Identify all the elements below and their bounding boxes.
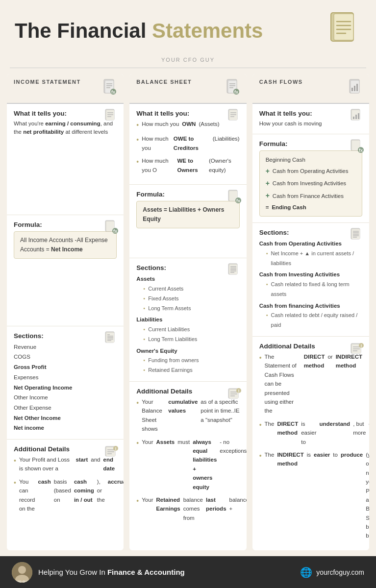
page-title: The Financial Statements	[15, 20, 263, 42]
balance-additional-list: Your Balance Sheet shows cumulative valu…	[136, 397, 239, 540]
income-sections-heading: Sections:	[14, 332, 117, 340]
balance-chart-icon	[228, 109, 242, 125]
list-item: Revenue	[14, 342, 117, 352]
list-item: Net Operating Income	[14, 383, 117, 393]
avatar: CFO GUY	[12, 562, 32, 583]
cash-additional-heading: Additional Details	[259, 343, 362, 350]
income-additional-list: Your Profit and Loss is shown over a sta…	[14, 455, 117, 513]
svg-text:!: !	[360, 343, 362, 348]
balance-sheet-title: BALANCE SHEET	[136, 79, 192, 85]
balance-what-heading: What it tells you:	[136, 110, 239, 117]
list-category: Liabilities	[136, 315, 239, 325]
income-formula-box: All Income Accounts -All Expense Account…	[14, 231, 117, 259]
income-additional-icon: !	[105, 444, 119, 461]
list-item: Cash related to debt / equity raised / p…	[259, 311, 362, 330]
cf-row-finance: + Cash from Finance Activities	[266, 190, 356, 202]
footer-left: CFO GUY Helping You Grow In Finance & Ac…	[12, 562, 185, 583]
svg-point-95	[18, 566, 26, 574]
cash-flows-title: CASH FLOWS	[259, 79, 303, 85]
footer-url[interactable]: yourcfoguy.com	[316, 568, 364, 576]
income-what-text: What you're earning / consuming, and the…	[14, 120, 117, 137]
svg-rect-44	[229, 110, 237, 120]
svg-rect-1	[334, 14, 353, 40]
columns-container: INCOME STATEMENT fx What it tells you:	[0, 74, 376, 556]
cf-row-beginning: Beginning Cash	[266, 155, 356, 165]
cf-plus-investing: +	[266, 177, 270, 190]
cash-flows-col: CASH FLOWS What it tells you: How your c…	[252, 74, 369, 550]
svg-text:fx: fx	[234, 90, 238, 95]
list-category: Assets	[136, 274, 239, 284]
cash-what-text: How your cash is moving	[259, 120, 362, 128]
list-item: How much you OWN (Assets)	[136, 120, 239, 130]
svg-rect-74	[355, 115, 357, 119]
balance-sections-icon	[228, 263, 242, 280]
list-item: Current Assets	[136, 284, 239, 294]
svg-rect-73	[353, 117, 354, 119]
list-item: Current Liabilities	[136, 325, 239, 335]
balance-formula-icon: fx	[228, 190, 242, 206]
list-category: Owner's Equity	[136, 346, 239, 356]
income-sections-icon	[105, 331, 119, 348]
page-wrapper: The Financial Statements YOUR CFO GUY IN…	[0, 0, 376, 588]
header-title-block: The Financial Statements	[15, 20, 263, 42]
balance-additional-heading: Additional Details	[136, 388, 239, 395]
list-item: The Statement of Cash Flows can be prese…	[259, 352, 362, 416]
svg-text:fx: fx	[111, 90, 115, 95]
list-item: Expenses	[14, 372, 117, 383]
income-chart-icon	[105, 109, 119, 125]
list-item: How much you OWE to Creditors (Liabiliti…	[136, 134, 239, 152]
cash-additional-icon: !	[351, 342, 364, 358]
cf-equals: =	[266, 202, 269, 213]
income-what-block: What it tells you: What you're earning /…	[7, 104, 124, 215]
balance-additional-icon: !	[228, 387, 242, 403]
header: The Financial Statements	[0, 0, 376, 55]
cf-operating: Cash from Operating Activities	[273, 166, 349, 176]
cf-row-investing: + Cash from Investing Activities	[266, 177, 356, 190]
balance-formula-heading: Formula:	[136, 191, 239, 198]
income-additional-block: Additional Details Your Profit and Loss …	[7, 440, 124, 550]
cash-formula-icon: fx	[351, 139, 364, 156]
list-category: Cash from Operating Activities	[259, 239, 362, 249]
income-statement-col: INCOME STATEMENT fx What it tells you:	[7, 74, 124, 550]
svg-rect-68	[351, 88, 353, 91]
list-item: Other Income	[14, 392, 117, 403]
list-item: COGS	[14, 352, 117, 362]
list-category: Cash from Investing Activities	[259, 270, 362, 280]
svg-rect-14	[106, 110, 114, 120]
svg-rect-69	[354, 86, 355, 91]
income-formula-block: Formula: All Income Accounts -All Expens…	[7, 215, 124, 326]
footer-tagline-text: Helping You Grow In	[38, 568, 105, 576]
cash-what-heading: What it tells you:	[259, 110, 362, 117]
cf-row-ending: = Ending Cash	[266, 202, 356, 213]
list-item: How much you OWE to Owners (Owner's equi…	[136, 156, 239, 174]
cash-sections-heading: Sections:	[259, 229, 362, 236]
cf-finance: Cash from Finance Activities	[273, 191, 344, 201]
cash-additional-list: The Statement of Cash Flows can be prese…	[259, 352, 362, 540]
list-item: Long Term Assets	[136, 304, 239, 314]
svg-text:CFO GUY: CFO GUY	[15, 580, 28, 583]
footer-tagline: Helping You Grow In Finance & Accounting	[38, 568, 185, 576]
balance-what-list: How much you OWN (Assets) How much you O…	[136, 120, 239, 174]
balance-formula-block: Formula: Assets = Liabilities + Owners E…	[129, 185, 246, 258]
cash-what-block: What it tells you: How your cash is movi…	[252, 104, 369, 134]
balance-additional-block: Additional Details Your Balance Sheet sh…	[129, 382, 246, 550]
list-item: The DIRECT method is easier to understan…	[259, 419, 362, 446]
list-item: Net income	[14, 423, 117, 433]
svg-rect-70	[356, 84, 358, 91]
cash-sections-list: Cash from Operating Activities Net Incom…	[259, 239, 362, 330]
cf-beginning-cash: Beginning Cash	[266, 155, 305, 165]
list-item: You can record on the cash basis (based …	[14, 477, 117, 514]
cash-chart-icon	[351, 109, 364, 125]
svg-text:fx: fx	[359, 148, 363, 153]
svg-text:fx: fx	[113, 229, 117, 234]
income-formula-heading: Formula:	[14, 221, 117, 228]
income-doc-icon: fx	[103, 79, 117, 99]
income-statement-header: INCOME STATEMENT fx	[7, 74, 124, 104]
income-sections-block: Sections: Revenue COGS Gross Profit Expe…	[7, 326, 124, 440]
cf-ending-cash: Ending Cash	[272, 202, 306, 213]
list-category: Cash from financing Activities	[259, 301, 362, 311]
income-additional-heading: Additional Details	[14, 445, 117, 453]
header-divider	[10, 68, 366, 68]
balance-sections-block: Sections: Assets Current Assets Fixed As…	[129, 258, 246, 382]
svg-text:!: !	[115, 446, 117, 451]
